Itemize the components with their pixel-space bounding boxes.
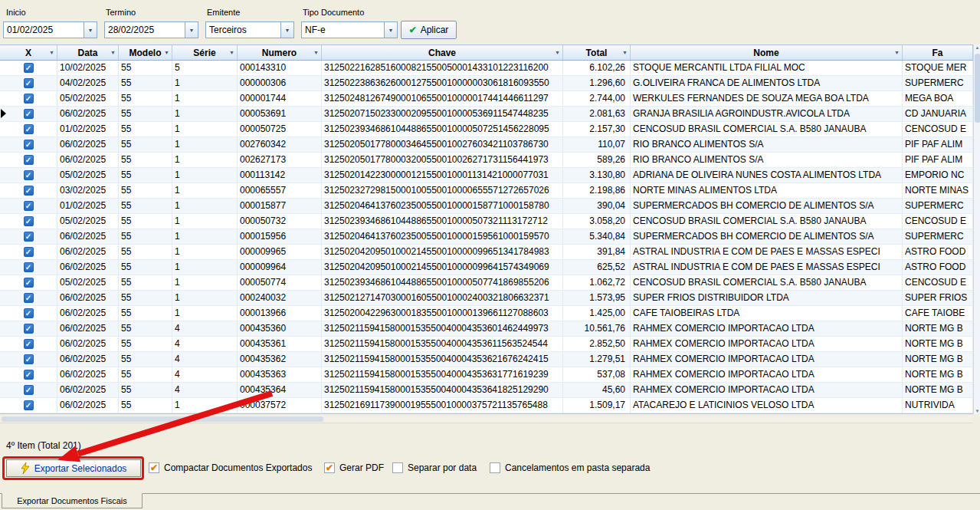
table-row[interactable]: ✓06/02/202555100005369131250207150233000… xyxy=(0,107,973,122)
row-select-cell[interactable]: ✓ xyxy=(0,398,57,413)
row-select-cell[interactable]: ✓ xyxy=(0,337,57,352)
column-header-total[interactable]: Total ▼ xyxy=(563,45,631,60)
aplicar-button[interactable]: ✔ Aplicar xyxy=(401,21,457,39)
column-header-chave[interactable]: Chave ▼ xyxy=(322,45,563,60)
column-header-fantasia[interactable]: Fa xyxy=(903,45,973,60)
option-compactar-documentos[interactable]: ✔ Compactar Documentos Exportados xyxy=(149,462,312,473)
filter-dropdown-icon[interactable]: ▼ xyxy=(229,50,234,55)
scroll-up-icon[interactable]: ▲ xyxy=(974,45,980,50)
option-cancelamentos-pasta-separada[interactable]: Cancelamentos em pasta separada xyxy=(490,462,650,473)
row-select-cell[interactable]: ✓ xyxy=(0,91,57,107)
scroll-down-icon[interactable]: ▼ xyxy=(974,409,980,413)
dropdown-arrow-icon[interactable]: ▼ xyxy=(384,22,397,38)
horizontal-scrollbar[interactable] xyxy=(0,415,973,423)
row-select-cell[interactable]: ✓ xyxy=(0,229,57,245)
table-row[interactable]: ✓10/02/202555500014331031250221628516000… xyxy=(0,61,973,76)
filter-dropdown-icon[interactable]: ▼ xyxy=(164,50,169,55)
column-header-data[interactable]: Data ▼ xyxy=(57,45,119,60)
table-row[interactable]: ✓01/02/202555100001587731250204641376023… xyxy=(0,199,973,214)
table-row[interactable]: ✓06/02/202555100262717331250205017780003… xyxy=(0,153,973,168)
row-checkbox[interactable]: ✓ xyxy=(24,109,34,119)
table-row[interactable]: ✓05/02/202555100005073231250239346861044… xyxy=(0,214,973,229)
column-header-serie[interactable]: Série ▼ xyxy=(172,45,238,60)
dropdown-arrow-icon[interactable]: ▼ xyxy=(185,22,198,38)
row-select-cell[interactable]: ✓ xyxy=(0,291,57,306)
table-row[interactable]: ✓06/02/202555100000996531250204209501000… xyxy=(0,245,973,260)
row-select-cell[interactable]: ✓ xyxy=(0,183,57,199)
row-checkbox[interactable]: ✓ xyxy=(24,324,34,334)
table-row[interactable]: ✓06/02/202555100276034231250205017780003… xyxy=(0,137,973,153)
checkbox-icon[interactable]: ✔ xyxy=(324,462,335,473)
table-row[interactable]: ✓06/02/202555400043536131250211594158000… xyxy=(0,337,973,352)
table-row[interactable]: ✓06/02/202555400043536331250211594158000… xyxy=(0,367,973,383)
row-checkbox[interactable]: ✓ xyxy=(24,385,34,395)
column-header-modelo[interactable]: Modelo ▼ xyxy=(119,45,172,60)
row-checkbox[interactable]: ✓ xyxy=(24,339,34,349)
row-checkbox[interactable]: ✓ xyxy=(24,308,34,318)
row-checkbox[interactable]: ✓ xyxy=(24,293,34,303)
row-checkbox[interactable]: ✓ xyxy=(24,186,34,196)
checkbox-icon[interactable]: ✔ xyxy=(149,462,159,473)
row-select-cell[interactable]: ✓ xyxy=(0,199,57,214)
table-row[interactable]: ✓05/02/202555100011314231250201422300000… xyxy=(0,168,973,183)
scrollbar-thumb[interactable] xyxy=(975,54,980,123)
row-checkbox[interactable]: ✓ xyxy=(24,78,34,88)
exportar-selecionados-button[interactable]: Exportar Selecionados xyxy=(6,459,141,477)
option-gerar-pdf[interactable]: ✔ Gerar PDF xyxy=(324,462,384,473)
row-select-cell[interactable]: ✓ xyxy=(0,275,57,291)
row-select-cell[interactable]: ✓ xyxy=(0,306,57,321)
table-row[interactable]: ✓06/02/202555100000996431250204209501000… xyxy=(0,260,973,275)
row-checkbox[interactable]: ✓ xyxy=(24,124,34,134)
table-row[interactable]: ✓05/02/202555100000174431250248126749000… xyxy=(0,91,973,107)
termino-date-select[interactable]: 28/02/2025 ▼ xyxy=(104,21,198,38)
table-row[interactable]: ✓06/02/202555400043536031250211594158000… xyxy=(0,321,973,337)
row-checkbox[interactable]: ✓ xyxy=(24,232,34,242)
table-row[interactable]: ✓06/02/202555100001396631250200422963000… xyxy=(0,306,973,321)
row-checkbox[interactable]: ✓ xyxy=(24,155,34,165)
filter-dropdown-icon[interactable]: ▼ xyxy=(110,50,116,55)
row-checkbox[interactable]: ✓ xyxy=(24,201,34,211)
row-checkbox[interactable]: ✓ xyxy=(24,370,34,380)
row-checkbox[interactable]: ✓ xyxy=(24,400,34,410)
filter-dropdown-icon[interactable]: ▼ xyxy=(313,50,319,55)
dropdown-arrow-icon[interactable]: ▼ xyxy=(280,22,293,38)
dropdown-arrow-icon[interactable]: ▼ xyxy=(84,22,97,38)
row-select-cell[interactable]: ✓ xyxy=(0,122,57,137)
table-row[interactable]: ✓04/02/202555100000030631250223863626000… xyxy=(0,76,973,91)
tab-exportar-documentos-fiscais[interactable]: Exportar Documentos Fiscais xyxy=(2,493,143,508)
checkbox-icon[interactable] xyxy=(392,462,403,473)
table-row[interactable]: ✓05/02/202555100005077431250239346861044… xyxy=(0,275,973,291)
checkbox-icon[interactable] xyxy=(490,462,500,473)
row-select-cell[interactable]: ✓ xyxy=(0,352,57,367)
row-select-cell[interactable]: ✓ xyxy=(0,367,57,383)
row-select-cell[interactable]: ✓ xyxy=(0,245,57,260)
row-checkbox[interactable]: ✓ xyxy=(24,170,34,180)
row-select-cell[interactable]: ✓ xyxy=(0,383,57,398)
column-header-numero[interactable]: Numero ▼ xyxy=(238,45,322,60)
filter-dropdown-icon[interactable]: ▼ xyxy=(49,50,54,55)
row-select-cell[interactable]: ✓ xyxy=(0,260,57,275)
row-checkbox[interactable]: ✓ xyxy=(24,247,34,257)
table-row[interactable]: ✓06/02/202555100003757231250216911739000… xyxy=(0,398,973,413)
row-checkbox[interactable]: ✓ xyxy=(24,262,34,272)
row-select-cell[interactable]: ✓ xyxy=(0,107,57,122)
table-row[interactable]: ✓06/02/202555100001595631250204641376023… xyxy=(0,229,973,245)
emitente-select[interactable]: Terceiros ▼ xyxy=(205,21,294,38)
row-checkbox[interactable]: ✓ xyxy=(24,94,34,104)
vertical-scrollbar[interactable]: ▲ ▼ xyxy=(973,44,980,414)
row-checkbox[interactable]: ✓ xyxy=(24,354,34,364)
column-header-nome[interactable]: Nome ▼ xyxy=(631,45,903,60)
inicio-date-select[interactable]: 01/02/2025 ▼ xyxy=(3,21,97,38)
column-header-x[interactable]: X ▼ xyxy=(0,45,57,60)
scrollbar-thumb[interactable] xyxy=(2,416,323,422)
row-checkbox[interactable]: ✓ xyxy=(24,216,34,226)
row-select-cell[interactable]: ✓ xyxy=(0,321,57,337)
row-select-cell[interactable]: ✓ xyxy=(0,153,57,168)
table-row[interactable]: ✓06/02/202555100024003231250212714703000… xyxy=(0,291,973,306)
filter-dropdown-icon[interactable]: ▼ xyxy=(555,50,560,55)
filter-dropdown-icon[interactable]: ▼ xyxy=(622,50,628,55)
row-select-cell[interactable]: ✓ xyxy=(0,76,57,91)
row-select-cell[interactable]: ✓ xyxy=(0,61,57,76)
table-row[interactable]: ✓03/02/202555100006555731250232729815000… xyxy=(0,183,973,199)
table-row[interactable]: ✓06/02/202555400043536431250211594158000… xyxy=(0,383,973,398)
